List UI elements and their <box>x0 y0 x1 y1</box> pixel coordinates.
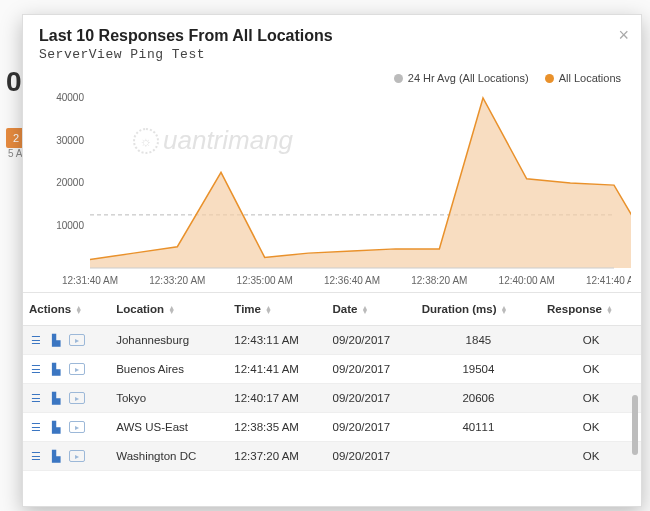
cell-location: Johannesburg <box>110 326 228 355</box>
cell-time: 12:38:35 AM <box>228 413 326 442</box>
modal-title: Last 10 Responses From All Locations <box>39 27 625 45</box>
legend-dot-all <box>545 74 554 83</box>
legend-dot-avg <box>394 74 403 83</box>
bars-icon[interactable]: ▙ <box>49 334 63 346</box>
cell-location: AWS US-East <box>110 413 228 442</box>
list-icon[interactable]: ☰ <box>29 392 43 404</box>
list-icon[interactable]: ☰ <box>29 363 43 375</box>
svg-text:10000: 10000 <box>56 220 84 231</box>
chart-legend: 24 Hr Avg (All Locations) All Locations <box>23 68 641 86</box>
table-row[interactable]: ☰▙▸AWS US-East12:38:35 AM09/20/201740111… <box>23 413 641 442</box>
col-date[interactable]: Date▲▼ <box>327 293 416 326</box>
cell-duration: 40111 <box>416 413 541 442</box>
svg-text:12:41:40 AM: 12:41:40 AM <box>586 275 631 286</box>
col-time[interactable]: Time▲▼ <box>228 293 326 326</box>
col-response[interactable]: Response▲▼ <box>541 293 641 326</box>
cell-response: OK <box>541 384 641 413</box>
cell-location: Buenos Aires <box>110 355 228 384</box>
cell-date: 09/20/2017 <box>327 326 416 355</box>
play-icon[interactable]: ▸ <box>69 363 85 375</box>
table-row[interactable]: ☰▙▸Tokyo12:40:17 AM09/20/201720606OK <box>23 384 641 413</box>
chart-container: 10000200003000040000 12:31:40 AM12:33:20… <box>23 86 641 292</box>
svg-text:12:31:40 AM: 12:31:40 AM <box>62 275 118 286</box>
sort-icon[interactable]: ▲▼ <box>361 306 368 314</box>
col-actions[interactable]: Actions▲▼ <box>23 293 110 326</box>
cell-time: 12:41:41 AM <box>228 355 326 384</box>
x-axis: 12:31:40 AM12:33:20 AM12:35:00 AM12:36:4… <box>62 275 631 286</box>
cell-response: OK <box>541 355 641 384</box>
svg-text:20000: 20000 <box>56 177 84 188</box>
responses-table: Actions▲▼ Location▲▼ Time▲▼ Date▲▼ Durat… <box>23 292 641 471</box>
cell-duration: 19504 <box>416 355 541 384</box>
sort-icon[interactable]: ▲▼ <box>168 306 175 314</box>
col-duration[interactable]: Duration (ms)▲▼ <box>416 293 541 326</box>
table-row[interactable]: ☰▙▸Johannesburg12:43:11 AM09/20/20171845… <box>23 326 641 355</box>
cell-location: Tokyo <box>110 384 228 413</box>
col-location[interactable]: Location▲▼ <box>110 293 228 326</box>
series-area <box>90 98 631 268</box>
svg-text:30000: 30000 <box>56 135 84 146</box>
cell-location: Washington DC <box>110 442 228 471</box>
cell-time: 12:37:20 AM <box>228 442 326 471</box>
svg-text:12:36:40 AM: 12:36:40 AM <box>324 275 380 286</box>
play-icon[interactable]: ▸ <box>69 450 85 462</box>
cell-response: OK <box>541 326 641 355</box>
legend-avg[interactable]: 24 Hr Avg (All Locations) <box>394 72 529 84</box>
y-axis: 10000200003000040000 <box>56 92 84 231</box>
cell-date: 09/20/2017 <box>327 355 416 384</box>
cell-date: 09/20/2017 <box>327 384 416 413</box>
cell-duration: 20606 <box>416 384 541 413</box>
sort-icon[interactable]: ▲▼ <box>606 306 613 314</box>
modal-subtitle: ServerView Ping Test <box>39 47 625 62</box>
cell-response: OK <box>541 442 641 471</box>
cell-duration <box>416 442 541 471</box>
cell-response: OK <box>541 413 641 442</box>
close-icon[interactable]: × <box>618 25 629 46</box>
play-icon[interactable]: ▸ <box>69 334 85 346</box>
sort-icon[interactable]: ▲▼ <box>501 306 508 314</box>
legend-avg-label: 24 Hr Avg (All Locations) <box>408 72 529 84</box>
svg-text:12:40:00 AM: 12:40:00 AM <box>499 275 555 286</box>
bg-big-number: 0 <box>6 66 22 98</box>
list-icon[interactable]: ☰ <box>29 450 43 462</box>
svg-text:40000: 40000 <box>56 92 84 103</box>
svg-text:12:35:00 AM: 12:35:00 AM <box>237 275 293 286</box>
scrollbar-thumb[interactable] <box>632 395 638 455</box>
play-icon[interactable]: ▸ <box>69 421 85 433</box>
svg-text:12:38:20 AM: 12:38:20 AM <box>411 275 467 286</box>
modal-header: Last 10 Responses From All Locations Ser… <box>23 15 641 68</box>
svg-text:12:33:20 AM: 12:33:20 AM <box>149 275 205 286</box>
bars-icon[interactable]: ▙ <box>49 363 63 375</box>
bars-icon[interactable]: ▙ <box>49 450 63 462</box>
table-row[interactable]: ☰▙▸Buenos Aires12:41:41 AM09/20/20171950… <box>23 355 641 384</box>
legend-all[interactable]: All Locations <box>545 72 621 84</box>
list-icon[interactable]: ☰ <box>29 334 43 346</box>
cell-date: 09/20/2017 <box>327 442 416 471</box>
response-chart: 10000200003000040000 12:31:40 AM12:33:20… <box>37 90 631 290</box>
list-icon[interactable]: ☰ <box>29 421 43 433</box>
play-icon[interactable]: ▸ <box>69 392 85 404</box>
sort-icon[interactable]: ▲▼ <box>75 306 82 314</box>
modal-dialog: Last 10 Responses From All Locations Ser… <box>22 14 642 507</box>
bars-icon[interactable]: ▙ <box>49 392 63 404</box>
table-header-row: Actions▲▼ Location▲▼ Time▲▼ Date▲▼ Durat… <box>23 293 641 326</box>
sort-icon[interactable]: ▲▼ <box>265 306 272 314</box>
legend-all-label: All Locations <box>559 72 621 84</box>
table-row[interactable]: ☰▙▸Washington DC12:37:20 AM09/20/2017OK <box>23 442 641 471</box>
cell-duration: 1845 <box>416 326 541 355</box>
bars-icon[interactable]: ▙ <box>49 421 63 433</box>
table-body: ☰▙▸Johannesburg12:43:11 AM09/20/20171845… <box>23 326 641 471</box>
cell-time: 12:43:11 AM <box>228 326 326 355</box>
cell-time: 12:40:17 AM <box>228 384 326 413</box>
cell-date: 09/20/2017 <box>327 413 416 442</box>
